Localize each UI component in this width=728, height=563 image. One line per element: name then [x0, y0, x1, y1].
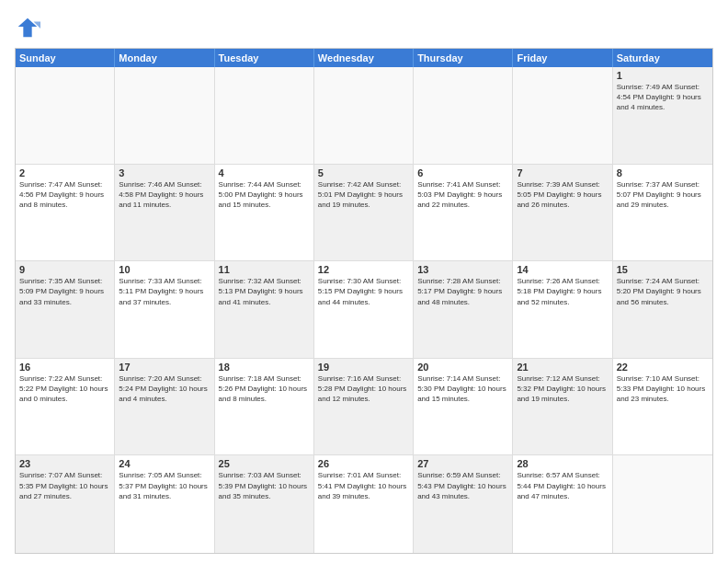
- calendar-cell: 16Sunrise: 7:22 AM Sunset: 5:22 PM Dayli…: [16, 359, 115, 455]
- day-info: Sunrise: 7:47 AM Sunset: 4:56 PM Dayligh…: [19, 179, 110, 211]
- day-number: 2: [19, 167, 110, 178]
- calendar-cell: 24Sunrise: 7:05 AM Sunset: 5:37 PM Dayli…: [115, 455, 214, 553]
- calendar-cell: 12Sunrise: 7:30 AM Sunset: 5:15 PM Dayli…: [314, 261, 414, 358]
- day-number: 7: [517, 167, 608, 178]
- calendar-cell: 18Sunrise: 7:18 AM Sunset: 5:26 PM Dayli…: [215, 359, 314, 455]
- calendar-cell: 7Sunrise: 7:39 AM Sunset: 5:05 PM Daylig…: [513, 165, 612, 261]
- logo-icon: [15, 15, 40, 40]
- day-info: Sunrise: 7:46 AM Sunset: 4:58 PM Dayligh…: [119, 179, 210, 211]
- calendar-cell: 20Sunrise: 7:14 AM Sunset: 5:30 PM Dayli…: [414, 359, 513, 455]
- day-number: 9: [19, 264, 110, 275]
- header: [15, 15, 713, 40]
- day-info: Sunrise: 7:07 AM Sunset: 5:35 PM Dayligh…: [19, 470, 110, 501]
- calendar-row: 16Sunrise: 7:22 AM Sunset: 5:22 PM Dayli…: [16, 359, 712, 456]
- day-info: Sunrise: 7:49 AM Sunset: 4:54 PM Dayligh…: [617, 82, 709, 113]
- day-number: 5: [318, 167, 409, 178]
- calendar-cell: [414, 67, 513, 164]
- calendar-row: 23Sunrise: 7:07 AM Sunset: 5:35 PM Dayli…: [16, 455, 712, 553]
- day-number: 10: [119, 264, 210, 275]
- day-info: Sunrise: 7:33 AM Sunset: 5:11 PM Dayligh…: [119, 276, 210, 307]
- cal-header-day: Tuesday: [215, 49, 314, 67]
- calendar-cell: [16, 67, 115, 164]
- day-number: 8: [617, 167, 709, 178]
- calendar-cell: [115, 67, 214, 164]
- cal-header-day: Thursday: [414, 49, 513, 67]
- logo: [15, 15, 44, 40]
- day-number: 17: [119, 362, 210, 373]
- day-info: Sunrise: 7:10 AM Sunset: 5:33 PM Dayligh…: [617, 373, 709, 405]
- day-info: Sunrise: 7:30 AM Sunset: 5:15 PM Dayligh…: [318, 276, 409, 307]
- calendar-row: 2Sunrise: 7:47 AM Sunset: 4:56 PM Daylig…: [16, 165, 712, 262]
- day-info: Sunrise: 7:18 AM Sunset: 5:26 PM Dayligh…: [219, 373, 310, 405]
- day-info: Sunrise: 7:05 AM Sunset: 5:37 PM Dayligh…: [119, 470, 210, 501]
- day-number: 16: [19, 362, 110, 373]
- day-info: Sunrise: 7:44 AM Sunset: 5:00 PM Dayligh…: [219, 179, 310, 211]
- day-info: Sunrise: 7:24 AM Sunset: 5:20 PM Dayligh…: [617, 276, 709, 307]
- day-number: 21: [517, 362, 608, 373]
- day-number: 20: [417, 362, 508, 373]
- day-number: 6: [417, 167, 508, 178]
- day-info: Sunrise: 7:37 AM Sunset: 5:07 PM Dayligh…: [617, 179, 709, 211]
- calendar-body: 1Sunrise: 7:49 AM Sunset: 4:54 PM Daylig…: [16, 67, 712, 553]
- day-info: Sunrise: 7:03 AM Sunset: 5:39 PM Dayligh…: [219, 470, 310, 501]
- day-number: 26: [318, 458, 409, 469]
- day-number: 4: [219, 167, 310, 178]
- day-number: 25: [219, 458, 310, 469]
- calendar-cell: 27Sunrise: 6:59 AM Sunset: 5:43 PM Dayli…: [414, 455, 513, 553]
- day-number: 13: [417, 264, 508, 275]
- day-number: 19: [318, 362, 409, 373]
- calendar-cell: 14Sunrise: 7:26 AM Sunset: 5:18 PM Dayli…: [513, 261, 612, 358]
- calendar-cell: 19Sunrise: 7:16 AM Sunset: 5:28 PM Dayli…: [314, 359, 414, 455]
- day-info: Sunrise: 7:41 AM Sunset: 5:03 PM Dayligh…: [417, 179, 508, 211]
- day-number: 24: [119, 458, 210, 469]
- day-info: Sunrise: 7:14 AM Sunset: 5:30 PM Dayligh…: [417, 373, 508, 405]
- page: SundayMondayTuesdayWednesdayThursdayFrid…: [0, 0, 728, 563]
- day-number: 28: [517, 458, 608, 469]
- day-info: Sunrise: 7:01 AM Sunset: 5:41 PM Dayligh…: [318, 470, 409, 501]
- calendar-cell: 22Sunrise: 7:10 AM Sunset: 5:33 PM Dayli…: [613, 359, 712, 455]
- calendar-cell: 21Sunrise: 7:12 AM Sunset: 5:32 PM Dayli…: [513, 359, 612, 455]
- calendar-cell: 6Sunrise: 7:41 AM Sunset: 5:03 PM Daylig…: [414, 165, 513, 261]
- day-number: 3: [119, 167, 210, 178]
- day-info: Sunrise: 7:22 AM Sunset: 5:22 PM Dayligh…: [19, 373, 110, 405]
- cal-header-day: Wednesday: [314, 49, 414, 67]
- cal-header-day: Saturday: [613, 49, 712, 67]
- day-info: Sunrise: 7:32 AM Sunset: 5:13 PM Dayligh…: [219, 276, 310, 307]
- day-number: 1: [617, 70, 709, 81]
- day-number: 23: [19, 458, 110, 469]
- day-info: Sunrise: 7:26 AM Sunset: 5:18 PM Dayligh…: [517, 276, 608, 307]
- calendar-cell: 11Sunrise: 7:32 AM Sunset: 5:13 PM Dayli…: [215, 261, 314, 358]
- calendar-cell: [513, 67, 612, 164]
- calendar-cell: 13Sunrise: 7:28 AM Sunset: 5:17 PM Dayli…: [414, 261, 513, 358]
- calendar-cell: [613, 455, 712, 553]
- calendar-cell: 1Sunrise: 7:49 AM Sunset: 4:54 PM Daylig…: [613, 67, 712, 164]
- calendar-cell: 26Sunrise: 7:01 AM Sunset: 5:41 PM Dayli…: [314, 455, 414, 553]
- calendar-cell: [314, 67, 414, 164]
- calendar-cell: 5Sunrise: 7:42 AM Sunset: 5:01 PM Daylig…: [314, 165, 414, 261]
- day-info: Sunrise: 7:12 AM Sunset: 5:32 PM Dayligh…: [517, 373, 608, 405]
- calendar-cell: 9Sunrise: 7:35 AM Sunset: 5:09 PM Daylig…: [16, 261, 115, 358]
- cal-header-day: Monday: [115, 49, 214, 67]
- calendar-cell: [215, 67, 314, 164]
- calendar-cell: 25Sunrise: 7:03 AM Sunset: 5:39 PM Dayli…: [215, 455, 314, 553]
- calendar-cell: 28Sunrise: 6:57 AM Sunset: 5:44 PM Dayli…: [513, 455, 612, 553]
- calendar-cell: 17Sunrise: 7:20 AM Sunset: 5:24 PM Dayli…: [115, 359, 214, 455]
- day-info: Sunrise: 6:59 AM Sunset: 5:43 PM Dayligh…: [417, 470, 508, 501]
- calendar-row: 1Sunrise: 7:49 AM Sunset: 4:54 PM Daylig…: [16, 67, 712, 165]
- day-number: 14: [517, 264, 608, 275]
- calendar-cell: 10Sunrise: 7:33 AM Sunset: 5:11 PM Dayli…: [115, 261, 214, 358]
- calendar-cell: 3Sunrise: 7:46 AM Sunset: 4:58 PM Daylig…: [115, 165, 214, 261]
- day-number: 22: [617, 362, 709, 373]
- day-info: Sunrise: 7:20 AM Sunset: 5:24 PM Dayligh…: [119, 373, 210, 405]
- day-info: Sunrise: 6:57 AM Sunset: 5:44 PM Dayligh…: [517, 470, 608, 501]
- calendar-cell: 4Sunrise: 7:44 AM Sunset: 5:00 PM Daylig…: [215, 165, 314, 261]
- day-number: 11: [219, 264, 310, 275]
- day-info: Sunrise: 7:42 AM Sunset: 5:01 PM Dayligh…: [318, 179, 409, 211]
- day-info: Sunrise: 7:39 AM Sunset: 5:05 PM Dayligh…: [517, 179, 608, 211]
- calendar: SundayMondayTuesdayWednesdayThursdayFrid…: [15, 48, 713, 554]
- day-number: 18: [219, 362, 310, 373]
- day-number: 12: [318, 264, 409, 275]
- day-info: Sunrise: 7:16 AM Sunset: 5:28 PM Dayligh…: [318, 373, 409, 405]
- day-info: Sunrise: 7:35 AM Sunset: 5:09 PM Dayligh…: [19, 276, 110, 307]
- calendar-header: SundayMondayTuesdayWednesdayThursdayFrid…: [16, 49, 712, 67]
